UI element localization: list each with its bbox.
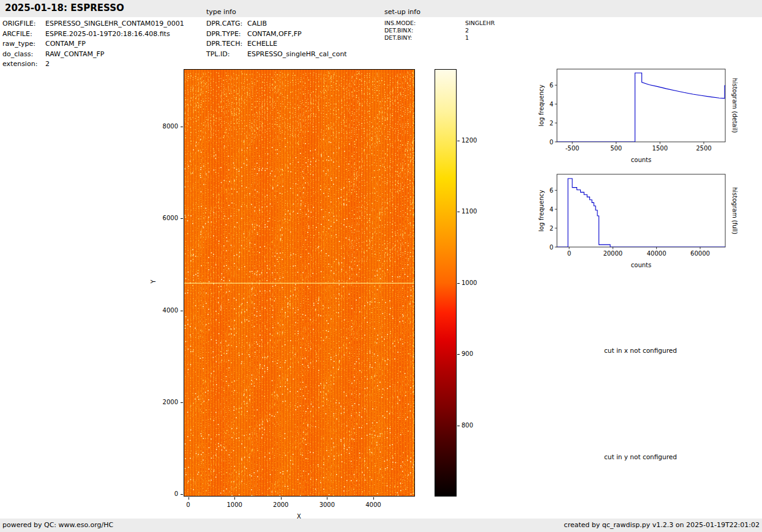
meta-value: ESPRESSO_SINGLEHR_CONTAM019_0001 [45, 19, 184, 29]
meta-row: DET.BINY:1 [384, 34, 495, 42]
meta-label: extension: [2, 59, 45, 70]
header-bar: 2025-01-18: ESPRESSO type info set-up in… [0, 0, 762, 17]
x-tick-label: 2000 [273, 501, 288, 508]
y-tick-label: 0 [550, 139, 553, 146]
meta-value: CONTAM,OFF,FP [247, 29, 302, 40]
histogram-detail-chart: -500500150025000246countslog frequencyhi… [537, 64, 745, 171]
x-tick-label: -500 [566, 145, 580, 152]
colorbar-tick-label: 800 [461, 422, 473, 429]
meta-label: ARCFILE: [2, 29, 45, 40]
x-tick-label: 40000 [647, 250, 667, 257]
y-axis-label: log frequency [538, 190, 545, 232]
meta-label: DPR.TYPE: [206, 29, 247, 40]
setup-metadata-list: INS.MODE:SINGLEHRDET.BINX:2DET.BINY:1 [384, 20, 495, 41]
y-tick-label: 0 [550, 244, 553, 251]
footer-powered-by: powered by QC: www.eso.org/HC [2, 521, 113, 529]
x-tick-label: 60000 [690, 250, 710, 257]
colorbar-tick-label: 1000 [461, 279, 477, 286]
y-tick-label: 6 [550, 82, 553, 89]
x-tick-label: 2500 [696, 145, 711, 152]
colorbar-tick-label: 1200 [461, 137, 477, 144]
meta-value: SINGLEHR [465, 20, 495, 27]
meta-value: CALIB [247, 19, 267, 29]
x-tick [327, 497, 327, 500]
meta-row: DPR.TYPE:CONTAM,OFF,FP [206, 29, 347, 40]
meta-value: 2 [45, 59, 50, 70]
meta-value: 2 [465, 27, 469, 34]
y-tick-label: 4 [550, 206, 553, 213]
y-tick-label: 6 [550, 187, 553, 194]
meta-label: DPR.CATG: [206, 19, 247, 29]
cut-x-note: cut in x not configured [604, 347, 677, 354]
meta-row: raw_type:CONTAM_FP [2, 39, 184, 50]
x-tick-label: 0 [567, 250, 571, 257]
meta-row: do_class:RAW_CONTAM_FP [2, 50, 184, 60]
y-tick [181, 127, 183, 127]
meta-value: CONTAM_FP [45, 39, 86, 50]
file-metadata-list: ORIGFILE:ESPRESSO_SINGLEHR_CONTAM019_000… [2, 19, 184, 70]
meta-row: DPR.TECH:ECHELLE [206, 39, 347, 50]
meta-row: extension:2 [2, 59, 184, 70]
meta-row: DPR.CATG:CALIB [206, 19, 347, 29]
meta-label: TPL.ID: [206, 50, 247, 60]
footer-created-by: created by qc_rawdisp.py v1.2.3 on 2025-… [564, 521, 760, 529]
main-y-axis-label: Y [150, 279, 157, 283]
y-tick-label: 2 [550, 225, 553, 232]
meta-value: 1 [465, 34, 469, 42]
x-tick [189, 497, 189, 500]
right-axis-label: histogram (full) [731, 187, 738, 234]
meta-label: DET.BINX: [384, 27, 465, 34]
x-tick [234, 497, 235, 500]
y-tick-label: 2000 [152, 399, 178, 405]
y-tick-label: 8000 [152, 123, 178, 130]
x-tick [281, 497, 282, 500]
type-info-heading: type info [206, 8, 236, 16]
colorbar-tick-label: 900 [461, 350, 473, 357]
meta-label: ORIGFILE: [2, 19, 45, 29]
x-tick-label: 0 [186, 501, 190, 508]
meta-label: DPR.TECH: [206, 39, 247, 50]
plot-area [557, 174, 725, 247]
qc-raw-display-page: 2025-01-18: ESPRESSO type info set-up in… [0, 0, 762, 532]
meta-value: ESPRESSO_singleHR_cal_cont [247, 50, 347, 60]
colorbar-tick [457, 354, 460, 355]
x-tick-label: 1000 [226, 501, 242, 508]
raw-image-plot [184, 69, 415, 497]
setup-info-heading: set-up info [384, 8, 420, 16]
x-tick-label: 500 [610, 145, 622, 152]
y-tick-label: 2 [550, 120, 553, 127]
plot-area [557, 69, 725, 142]
y-axis-label: log frequency [538, 84, 545, 127]
y-tick [181, 218, 183, 219]
x-tick-label: 20000 [603, 250, 622, 257]
raw-image-canvas [184, 70, 414, 496]
y-tick-label: 4000 [152, 307, 178, 314]
right-axis-label: histogram (detail) [731, 78, 738, 133]
meta-label: raw_type: [2, 39, 45, 50]
meta-row: TPL.ID:ESPRESSO_singleHR_cal_cont [206, 50, 347, 60]
y-tick [181, 494, 183, 495]
page-title: 2025-01-18: ESPRESSO [5, 2, 124, 13]
meta-value: ECHELLE [247, 39, 277, 50]
y-tick-label: 4 [550, 101, 553, 108]
x-axis-label: counts [631, 262, 651, 268]
x-tick-label: 1500 [652, 145, 668, 152]
colorbar-tick-label: 1100 [461, 208, 477, 215]
meta-label: DET.BINY: [384, 34, 465, 42]
x-axis-label: counts [631, 157, 651, 163]
y-tick-label: 6000 [152, 215, 178, 221]
type-metadata-list: DPR.CATG:CALIBDPR.TYPE:CONTAM,OFF,FPDPR.… [206, 19, 347, 59]
meta-label: do_class: [2, 50, 45, 60]
x-tick-label: 3000 [319, 501, 335, 508]
cut-y-note: cut in y not configured [604, 453, 677, 460]
meta-value: RAW_CONTAM_FP [45, 50, 104, 60]
x-tick-label: 4000 [365, 501, 381, 508]
colorbar-tick [457, 212, 460, 212]
meta-row: DET.BINX:2 [384, 27, 495, 34]
meta-value: ESPRE.2025-01-19T20:18:16.408.fits [45, 29, 170, 40]
y-tick [181, 402, 183, 403]
footer-bar: powered by QC: www.eso.org/HC created by… [0, 519, 762, 532]
y-tick-label: 0 [152, 490, 178, 497]
meta-row: ORIGFILE:ESPRESSO_SINGLEHR_CONTAM019_000… [2, 19, 184, 29]
colorbar-tick [457, 141, 460, 141]
